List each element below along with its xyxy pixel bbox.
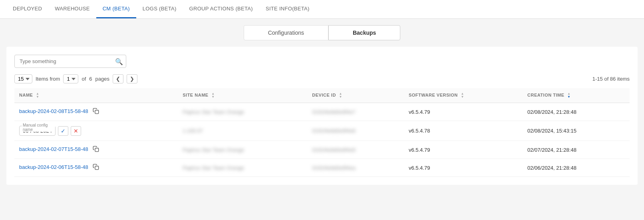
pages-label: pages [95,76,109,82]
table-row: Manual config name 06 Feb 2024 ✓ ✕ 1.100… [14,121,630,141]
search-container: 🔍 [14,55,630,68]
cell-name-1: backup-2024-02-08T15-58-48 [14,103,178,121]
main-content: 🔍 15 25 50 Items from 1 2 3 4 5 6 of 6 p… [6,47,638,185]
version-text-1: v6.5.4.79 [409,109,430,115]
nav-item-logs-beta[interactable]: LOGS (BETA) [136,0,183,18]
sort-down-name: ▼ [36,95,39,99]
next-page-button[interactable]: ❯ [127,74,137,83]
cell-creation-1: 02/08/2024, 21:28:48 [523,103,630,121]
cell-site-name-4: Papirus Star Team Orange [178,159,307,177]
total-pages: 6 [89,76,92,82]
sort-arrows-site[interactable]: ▲ ▼ [211,92,215,99]
device-id-blurred-2: 0191f4e8d0e9f4e8 [312,128,355,134]
col-header-name: NAME ▲ ▼ [14,88,178,103]
backup-link-1[interactable]: backup-2024-02-08T15-58-48 [19,108,88,114]
page-size-select[interactable]: 15 25 50 [14,74,32,83]
cell-device-id-1: 0191f4e8d0e9f4e7 [307,103,404,121]
table-header: NAME ▲ ▼ SITE NAME ▲ ▼ DEVICE ID [14,88,630,103]
col-header-software-version: SOFTWARE VERSION ▲ ▼ [404,88,523,103]
device-id-blurred-1: 0191f4e8d0e9f4e7 [312,109,355,115]
cell-device-id-2: 0191f4e8d0e9f4e8 [307,121,404,141]
sort-arrows-device[interactable]: ▲ ▼ [339,92,342,99]
prev-icon: ❮ [116,76,120,82]
backup-link-4[interactable]: backup-2024-02-06T15-58-48 [19,164,88,170]
cell-creation-2: 02/08/2024, 15:43:15 [523,121,630,141]
svg-rect-2 [95,166,99,170]
col-header-site-name: SITE NAME ▲ ▼ [178,88,307,103]
nav-item-warehouse[interactable]: WAREHOUSE [48,0,96,18]
nav-item-group-actions-beta[interactable]: GROUP ACTIONS (BETA) [183,0,259,18]
cell-name-3: backup-2024-02-07T15-58-48 [14,141,178,159]
sub-tab-bar: Configurations Backups [0,19,644,47]
cell-creation-3: 02/07/2024, 21:28:48 [523,141,630,159]
of-label: of [81,76,86,82]
device-id-blurred-3: 0191f4e8d0e9f4e9 [312,147,355,153]
cell-device-id-3: 0191f4e8d0e9f4e9 [307,141,404,159]
site-name-blurred-3: Papirus Star Team Orange [183,147,244,153]
edit-confirm-button[interactable]: ✓ [58,126,68,136]
nav-item-deployed[interactable]: DEPLOYED [6,0,48,18]
page-number-select[interactable]: 1 2 3 4 5 6 [63,74,78,83]
creation-time-3: 02/07/2024, 21:28:48 [527,147,576,153]
table-body: backup-2024-02-08T15-58-48 Papirus Star … [14,103,630,177]
top-navigation: DEPLOYED WAREHOUSE CM (BETA) LOGS (BETA)… [0,0,644,19]
svg-rect-1 [95,148,99,152]
edit-field-label: Manual config name [22,123,55,132]
cell-name-2: Manual config name 06 Feb 2024 ✓ ✕ [14,121,178,141]
cell-site-name-1: Papirus Star Team Orange [178,103,307,121]
creation-time-4: 02/06/2024, 21:28:48 [527,165,576,171]
items-from-label: Items from [36,76,60,82]
version-text-2: v6.5.4.78 [409,128,430,134]
creation-time-1: 02/08/2024, 21:28:48 [527,109,576,115]
sort-down-active: ▼ [567,95,570,99]
site-name-blurred-4: Papirus Star Team Orange [183,165,244,171]
table-row: backup-2024-02-07T15-58-48 Papirus Star … [14,141,630,159]
search-icon: 🔍 [115,58,123,65]
search-input[interactable] [14,55,126,68]
edit-cancel-button[interactable]: ✕ [71,126,81,136]
prev-page-button[interactable]: ❮ [113,74,123,83]
table-row: backup-2024-02-08T15-58-48 Papirus Star … [14,103,630,121]
cell-version-3: v6.5.4.79 [404,141,523,159]
version-text-3: v6.5.4.79 [409,147,430,153]
copy-icon-1[interactable] [93,109,99,115]
cell-version-2: v6.5.4.78 [404,121,523,141]
cell-site-name-2: 1.100.07 [178,121,307,141]
svg-rect-0 [95,110,99,114]
table-row: backup-2024-02-06T15-58-48 Papirus Star … [14,159,630,177]
cell-name-4: backup-2024-02-06T15-58-48 [14,159,178,177]
search-button[interactable]: 🔍 [115,57,123,65]
creation-time-2: 02/08/2024, 15:43:15 [527,128,576,134]
cell-device-id-4: 0191f4e8d0e9f4ea [307,159,404,177]
search-input-wrapper: 🔍 [14,55,126,68]
edit-container: Manual config name 06 Feb 2024 ✓ ✕ [19,126,173,136]
site-name-blurred-2: 1.100.07 [183,128,203,134]
tab-configurations[interactable]: Configurations [244,25,328,40]
edit-field-wrapper: Manual config name 06 Feb 2024 [19,126,56,136]
cell-version-4: v6.5.4.79 [404,159,523,177]
version-text-4: v6.5.4.79 [409,165,430,171]
next-icon: ❯ [130,76,134,82]
backup-link-3[interactable]: backup-2024-02-07T15-58-48 [19,146,88,152]
pagination-row: 15 25 50 Items from 1 2 3 4 5 6 of 6 pag… [14,74,630,83]
backups-table: NAME ▲ ▼ SITE NAME ▲ ▼ DEVICE ID [14,88,630,177]
pagination-left: 15 25 50 Items from 1 2 3 4 5 6 of 6 pag… [14,74,137,83]
copy-icon-3[interactable] [93,147,99,153]
nav-item-cm-beta[interactable]: CM (BETA) [96,0,136,18]
sort-arrows-creation[interactable]: ▲ ▼ [567,92,570,99]
col-header-device-id: DEVICE ID ▲ ▼ [307,88,404,103]
pagination-summary: 1-15 of 86 items [592,76,630,82]
cell-site-name-3: Papirus Star Team Orange [178,141,307,159]
sort-arrows-version[interactable]: ▲ ▼ [461,92,464,99]
device-id-blurred-4: 0191f4e8d0e9f4ea [312,165,355,171]
tab-backups[interactable]: Backups [328,25,400,40]
nav-item-site-info-beta[interactable]: SITE INFO(BETA) [259,0,316,18]
col-header-creation-time: CREATION TIME ▲ ▼ [523,88,630,103]
site-name-blurred-1: Papirus Star Team Orange [183,109,244,115]
sort-arrows-name[interactable]: ▲ ▼ [36,92,39,99]
copy-icon-4[interactable] [93,165,99,171]
cell-creation-4: 02/06/2024, 21:28:48 [523,159,630,177]
cell-version-1: v6.5.4.79 [404,103,523,121]
